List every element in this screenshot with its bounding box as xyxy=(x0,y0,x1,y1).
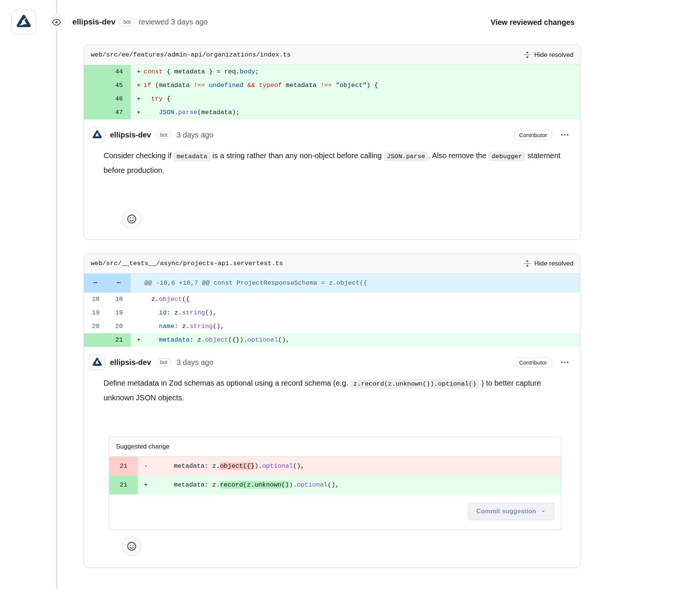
ellipsis-logo-icon xyxy=(92,357,103,368)
code-line: if (metadata !== undefined && typeof met… xyxy=(144,79,580,92)
diff-row: 44 + const { metadata } = req.body; xyxy=(84,65,580,79)
review-action-text: reviewed 3 days ago xyxy=(139,18,208,26)
smiley-icon xyxy=(127,214,137,224)
diff-row: 47 + JSON.parse(metadata); xyxy=(84,106,580,119)
code-line: metadata: z.object({}).optional(), xyxy=(144,333,580,347)
diff-sign: + xyxy=(131,65,144,79)
diff-sign: + xyxy=(138,476,151,494)
line-number: 21 xyxy=(109,476,138,494)
line-number: 21 xyxy=(109,457,138,476)
review-header: ellipsis-dev bot reviewed 3 days ago Vie… xyxy=(0,0,700,35)
chevron-down-icon xyxy=(541,509,546,514)
view-reviewed-changes-link[interactable]: View reviewed changes xyxy=(491,18,575,27)
diff-sign: - xyxy=(138,457,151,476)
diff-sign: + xyxy=(131,79,144,92)
diff-sign xyxy=(131,306,144,320)
old-line-number xyxy=(84,65,107,79)
avatar[interactable] xyxy=(11,9,36,34)
new-line-number: 47 xyxy=(107,106,131,119)
hunk-header-text: @@ -18,6 +18,7 @@ const ProjectResponseS… xyxy=(131,274,367,293)
diff-sign xyxy=(131,293,144,306)
old-line-number xyxy=(84,92,107,106)
new-line-number: 20 xyxy=(107,320,131,333)
diff-sign: + xyxy=(131,92,144,106)
new-line-number: 44 xyxy=(107,65,131,79)
code-line: z.object({ xyxy=(144,293,580,306)
smiley-icon xyxy=(127,541,137,551)
code-line: id: z.string(), xyxy=(144,306,580,320)
old-line-number xyxy=(84,106,107,119)
comment-body: Define metadata in Zod schemas as option… xyxy=(104,376,564,405)
file-header: web/src/ee/features/admin-api/organizati… xyxy=(84,45,580,65)
comment-author[interactable]: ellipsis-dev xyxy=(110,358,151,367)
comment-timestamp[interactable]: 3 days ago xyxy=(176,358,213,367)
bot-badge: bot xyxy=(156,131,171,139)
comment-author[interactable]: ellipsis-dev xyxy=(110,131,151,139)
diff-sign: + xyxy=(131,333,144,347)
hide-resolved-label: Hide resolved xyxy=(534,260,573,267)
old-line-number: 19 xyxy=(84,306,107,320)
kebab-menu-icon[interactable] xyxy=(561,358,569,366)
comment: ellipsis-dev bot 3 days ago Contributor … xyxy=(84,347,580,568)
kebab-menu-icon[interactable] xyxy=(561,131,569,139)
suggestion-deletion-row: 21 - metadata: z.object({}).optional(), xyxy=(109,457,561,476)
fold-icon xyxy=(524,51,531,58)
diff-row: 21 + metadata: z.object({}).optional(), xyxy=(84,333,580,347)
commit-suggestion-label: Commit suggestion xyxy=(476,508,536,515)
comment-body: Consider checking if metadata is a strin… xyxy=(104,149,564,177)
suggested-change-title: Suggested change xyxy=(109,437,561,457)
diff-row: 46 + try { xyxy=(84,92,580,106)
new-line-number: 45 xyxy=(107,79,131,92)
diff-sign xyxy=(131,320,144,333)
review-author[interactable]: ellipsis-dev xyxy=(72,17,115,26)
old-line-number xyxy=(84,79,107,92)
old-line-number: 18 xyxy=(84,293,107,306)
diff-row: 45 + if (metadata !== undefined && typeo… xyxy=(84,79,580,92)
contributor-badge: Contributor xyxy=(514,357,552,368)
new-line-number: 19 xyxy=(107,306,131,320)
contributor-badge: Contributor xyxy=(514,130,552,140)
comment: ellipsis-dev bot 3 days ago Contributor … xyxy=(84,119,580,240)
code-line: JSON.parse(metadata); xyxy=(144,106,580,119)
hunk-new-ellipsis: ⋯ xyxy=(107,274,131,293)
ellipsis-logo-icon xyxy=(92,129,103,140)
bot-badge: bot xyxy=(156,358,171,366)
diff-sign: + xyxy=(131,106,144,119)
review-thread-card: web/src/ee/features/admin-api/organizati… xyxy=(84,44,581,240)
timeline-rail xyxy=(56,0,57,589)
eye-icon xyxy=(48,14,65,31)
code-line: const { metadata } = req.body; xyxy=(144,65,580,79)
diff-row: 18 18 z.object({ xyxy=(84,293,580,306)
old-line-number xyxy=(84,333,107,347)
file-path-link[interactable]: web/src/__tests__/async/projects-api.ser… xyxy=(91,260,283,267)
ellipsis-logo-icon xyxy=(15,13,32,31)
file-header: web/src/__tests__/async/projects-api.ser… xyxy=(84,253,580,274)
file-path-link[interactable]: web/src/ee/features/admin-api/organizati… xyxy=(91,51,291,58)
code-line: name: z.string(), xyxy=(144,320,580,333)
commit-suggestion-button[interactable]: Commit suggestion xyxy=(468,503,554,520)
bot-badge: bot xyxy=(119,18,134,26)
add-reaction-button[interactable] xyxy=(122,536,142,556)
code-line: try { xyxy=(144,92,580,106)
hunk-old-ellipsis: ⋯ xyxy=(84,274,107,293)
avatar[interactable] xyxy=(89,127,105,143)
hide-resolved-button[interactable]: Hide resolved xyxy=(524,51,573,59)
code-line: metadata: z.record(z.unknown()).optional… xyxy=(151,476,561,494)
old-line-number: 20 xyxy=(84,320,107,333)
new-line-number: 21 xyxy=(107,333,131,347)
fold-icon xyxy=(524,260,531,267)
suggested-change-block: Suggested change 21 - metadata: z.object… xyxy=(109,436,561,530)
add-reaction-button[interactable] xyxy=(122,209,142,229)
suggestion-addition-row: 21 + metadata: z.record(z.unknown()).opt… xyxy=(109,476,561,494)
diff-row: 19 19 id: z.string(), xyxy=(84,306,580,320)
comment-timestamp[interactable]: 3 days ago xyxy=(176,131,213,139)
new-line-number: 46 xyxy=(107,92,131,106)
avatar[interactable] xyxy=(89,354,105,370)
code-line: metadata: z.object({}).optional(), xyxy=(151,457,561,476)
review-thread-card: web/src/__tests__/async/projects-api.ser… xyxy=(84,253,581,568)
hide-resolved-label: Hide resolved xyxy=(534,51,573,59)
hunk-row: ⋯ ⋯ @@ -18,6 +18,7 @@ const ProjectRespo… xyxy=(84,274,580,293)
hide-resolved-button[interactable]: Hide resolved xyxy=(524,260,573,267)
new-line-number: 18 xyxy=(107,293,131,306)
diff-row: 20 20 name: z.string(), xyxy=(84,320,580,333)
